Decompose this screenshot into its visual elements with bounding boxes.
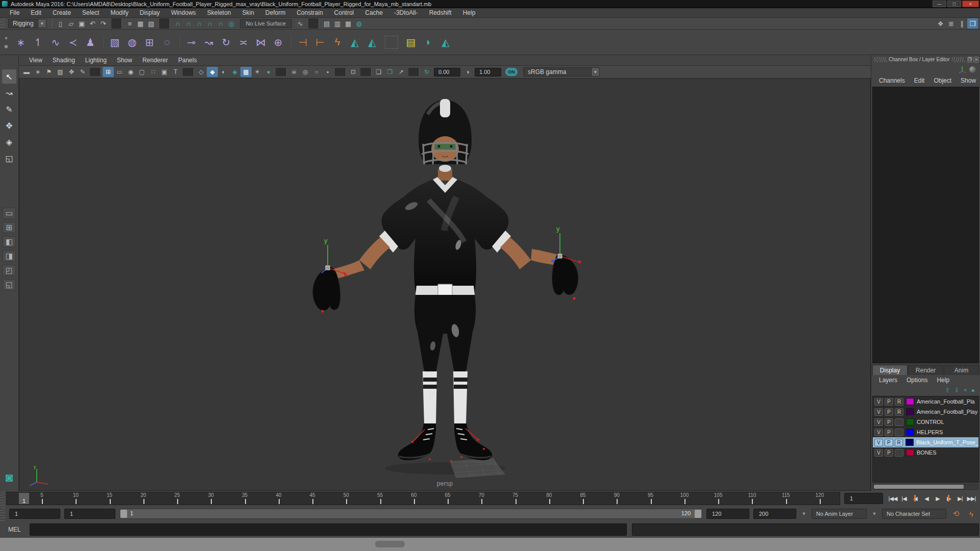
depth-peeling-icon[interactable]: ▪ <box>322 67 333 77</box>
character-skeleton-icon[interactable]: ♟ <box>82 34 99 51</box>
copy-skin-weights-icon[interactable]: ⊞ <box>141 34 158 51</box>
layer-color-swatch[interactable] <box>906 398 914 405</box>
bookmark-icon[interactable]: ⚑ <box>43 67 55 77</box>
layer-editor-menu-item[interactable]: Layers <box>874 377 902 384</box>
layer-editor-menu-item[interactable]: Options <box>902 377 932 384</box>
panel-menu-item[interactable]: View <box>24 57 47 64</box>
exposure-field[interactable]: 0.00 <box>434 68 460 77</box>
multisample-icon[interactable]: ○ <box>311 67 322 77</box>
layer-editor-tab[interactable]: Render <box>908 365 943 375</box>
edit-membership-icon[interactable]: ▧ <box>107 34 123 51</box>
hik-skeleton-icon[interactable]: ⊣ <box>295 34 311 51</box>
layout-three-pane[interactable]: ◰ <box>3 265 16 276</box>
layer-visibility-toggle[interactable]: V <box>874 398 883 406</box>
menu-set-selector[interactable]: Rigging ▼ <box>8 19 46 28</box>
refresh-icon[interactable]: ↻ <box>421 67 432 77</box>
layer-row[interactable]: V P CONTROL <box>873 417 978 427</box>
joint-tool-icon[interactable]: ∗ <box>13 34 29 51</box>
panel-menu-item[interactable]: Shading <box>47 57 80 64</box>
orient-constraint-icon[interactable]: ↻ <box>218 34 234 51</box>
maya-cube-icon[interactable]: ◙ <box>6 470 13 485</box>
region-zoom-icon[interactable]: ↗ <box>396 67 407 77</box>
auto-keyframe-icon[interactable]: ⟲ <box>950 509 962 518</box>
layer-name[interactable]: Black_Uniform_T_Pose_ <box>916 439 978 445</box>
snap-view-plane-icon[interactable]: ∩ <box>215 18 226 29</box>
snapshot-layer-icon[interactable]: ❐ <box>384 67 396 77</box>
panel-menu-item[interactable]: Lighting <box>80 57 112 64</box>
step-back-frame-button[interactable]: |◀ <box>898 492 910 505</box>
close-button[interactable]: × <box>962 1 979 7</box>
rotate-tool[interactable]: ◈ <box>2 135 16 149</box>
menu-item[interactable]: Constrain <box>291 8 328 17</box>
layout-single-pane[interactable]: ▭ <box>3 208 16 219</box>
playback-end-field[interactable]: 120 <box>706 509 749 519</box>
layer-color-swatch[interactable] <box>905 439 914 446</box>
chevron-down-icon[interactable]: ▼ <box>800 511 807 516</box>
current-time-field[interactable]: 1 <box>844 493 883 504</box>
layer-name[interactable]: American_Football_Play <box>917 409 977 415</box>
layer-playback-toggle[interactable]: P <box>885 439 893 446</box>
resolution-gate-icon[interactable]: ◉ <box>125 67 136 77</box>
textured-icon[interactable]: ◈ <box>229 67 240 77</box>
grease-pencil-icon[interactable]: ✎ <box>77 67 88 77</box>
ik-handle-tool-icon[interactable]: ↿ <box>30 34 46 51</box>
manipulator-axis-icon[interactable] <box>958 65 966 73</box>
scale-constraint-icon[interactable]: ≍ <box>235 34 252 51</box>
step-back-key-button[interactable]: ◀ <box>910 492 921 505</box>
layer-playback-toggle[interactable]: P <box>885 418 893 426</box>
gate-mask-icon[interactable]: ▢ <box>136 67 148 77</box>
menu-item[interactable]: Modify <box>105 8 134 17</box>
layer-playback-toggle[interactable]: P <box>885 449 893 457</box>
snapshot-icon[interactable]: ❏ <box>373 67 384 77</box>
pane-camera-icon[interactable]: ▬ <box>21 67 32 77</box>
menu-item[interactable]: Create <box>47 8 77 17</box>
close-panel-icon[interactable]: × <box>973 57 979 63</box>
menu-item[interactable]: Display <box>134 8 165 17</box>
move-layer-down-icon[interactable]: ⇩ <box>954 387 960 394</box>
insert-joint-icon[interactable]: ≺ <box>65 34 81 51</box>
scale-tool[interactable]: ◱ <box>2 151 16 165</box>
command-input[interactable] <box>30 523 627 536</box>
menu-item[interactable]: Redshift <box>424 8 457 17</box>
viewport-canvas[interactable]: y y <box>19 79 871 491</box>
range-end-handle[interactable] <box>695 510 701 518</box>
empty-shelf-slot[interactable] <box>385 36 398 49</box>
sculpt-brush-icon[interactable]: ◗ <box>420 34 436 51</box>
move-tool[interactable]: ✥ <box>2 118 16 133</box>
panel-drag-handle[interactable] <box>874 57 887 62</box>
channel-box-toggle-icon[interactable]: ❒ <box>967 18 978 29</box>
range-start-handle[interactable] <box>120 510 127 518</box>
panel-drag-handle[interactable] <box>951 57 965 62</box>
lights-icon[interactable]: ☀ <box>252 67 263 77</box>
menu-item[interactable]: Windows <box>165 8 202 17</box>
make-live-icon[interactable]: ◎ <box>226 18 237 29</box>
status-line-drag-handle[interactable] <box>0 18 5 29</box>
safe-title-icon[interactable]: T <box>170 67 181 77</box>
layer-name[interactable]: American_Football_Pla <box>917 398 975 405</box>
layer-playback-toggle[interactable]: P <box>885 429 893 436</box>
menu-item[interactable]: Skin <box>237 8 260 17</box>
layer-list-horizontal-scrollbar[interactable] <box>873 484 978 490</box>
maya-file-icon[interactable]: ◭ <box>347 34 363 51</box>
isolate-select-icon[interactable]: ⊡ <box>348 67 359 77</box>
ipr-render-icon[interactable]: ▥ <box>332 18 343 29</box>
layout-two-pane-side[interactable]: ◨ <box>3 251 16 262</box>
layout-persp-graph[interactable]: ◱ <box>3 279 16 290</box>
panel-menu-item[interactable]: Show <box>112 57 137 64</box>
layer-row[interactable]: V P HELPERS <box>873 427 978 437</box>
save-scene-icon[interactable]: ▣ <box>77 18 87 29</box>
layer-visibility-toggle[interactable]: V <box>874 439 883 446</box>
xray-icon[interactable]: ☠ <box>288 67 300 77</box>
layout-four-pane[interactable]: ⊞ <box>3 222 16 233</box>
play-backwards-button[interactable]: ◀ <box>921 492 932 505</box>
menu-item[interactable]: Cache <box>359 8 388 17</box>
go-to-start-button[interactable]: |◀◀ <box>887 492 898 505</box>
snap-curve-icon[interactable]: ∩ <box>183 18 194 29</box>
open-scene-icon[interactable]: ▱ <box>66 18 77 29</box>
layer-row[interactable]: V P R Black_Uniform_T_Pose_ <box>873 437 978 447</box>
point-constraint-icon[interactable]: ⊸ <box>183 34 200 51</box>
layer-display-type-toggle[interactable]: R <box>895 439 903 446</box>
layer-color-swatch[interactable] <box>906 429 914 436</box>
layer-visibility-toggle[interactable]: V <box>874 408 883 416</box>
live-surface-field[interactable]: No Live Surface <box>240 19 292 28</box>
